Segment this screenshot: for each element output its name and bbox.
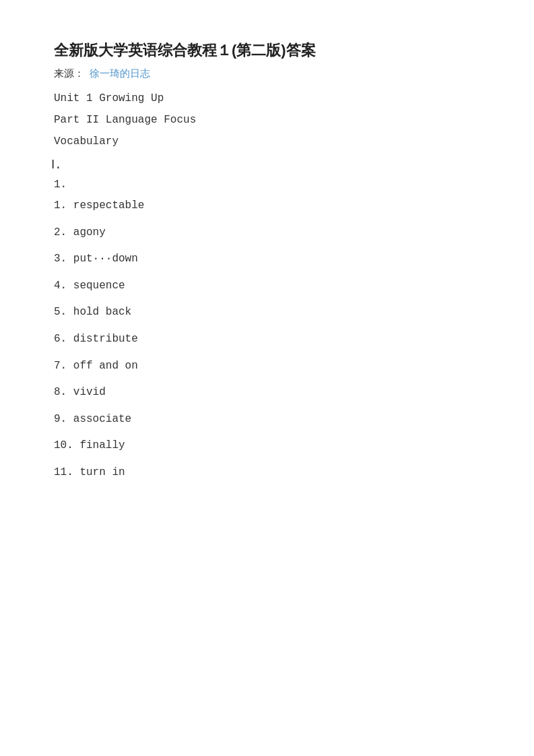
vocab-heading: Vocabulary xyxy=(54,135,480,148)
part-heading: Part II Language Focus xyxy=(54,114,480,126)
roman-section: Ⅰ. xyxy=(51,157,480,172)
source-link[interactable]: 徐一琦的日志 xyxy=(90,67,150,80)
list-item: 3. put···down xyxy=(54,251,480,268)
unit-heading: Unit 1 Growing Up xyxy=(54,92,480,104)
list-item: 11. turn in xyxy=(54,464,480,482)
list-item: 2. agony xyxy=(54,224,480,242)
list-item: 9. associate xyxy=(54,411,480,429)
page-title: 全新版大学英语综合教程１(第二版)答案 xyxy=(54,40,480,61)
vocab-list: 1. respectable2. agony3. put···down4. se… xyxy=(54,197,480,482)
list-item: 7. off and on xyxy=(54,358,480,375)
list-item: 5. hold back xyxy=(54,304,480,321)
source-line: 来源： 徐一琦的日志 xyxy=(54,67,480,80)
list-item: 8. vivid xyxy=(54,384,480,402)
list-item: 6. distribute xyxy=(54,331,480,348)
list-item: 1. respectable xyxy=(54,197,480,215)
list-item: 4. sequence xyxy=(54,278,480,295)
list-item: 10. finally xyxy=(54,437,480,455)
number-start: 1. xyxy=(54,179,480,191)
source-label: 来源： xyxy=(54,67,84,80)
